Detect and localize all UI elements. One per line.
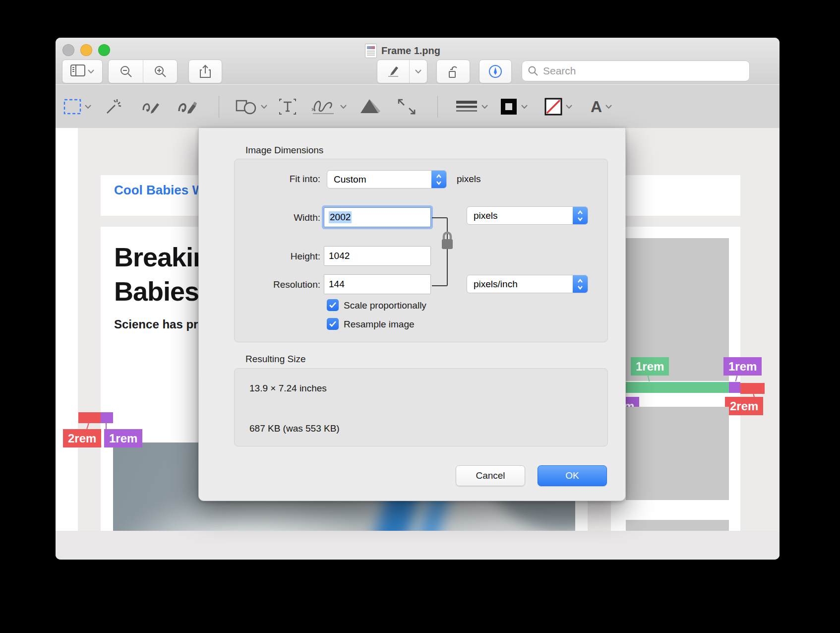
chevron-down-icon [566, 105, 572, 109]
sign-tool[interactable] [311, 85, 347, 128]
border-color-tool[interactable] [500, 85, 528, 128]
badge-label: 1rem [636, 360, 664, 374]
share-button[interactable] [188, 60, 222, 83]
chevron-down-icon [605, 105, 612, 109]
chevron-down-icon [85, 105, 91, 109]
text-tool[interactable] [279, 85, 297, 128]
text-tool-icon [279, 98, 297, 115]
search-field[interactable] [522, 61, 750, 81]
scale-proportionally-label: Scale proportionally [344, 300, 426, 311]
instant-alpha-wand-icon [105, 98, 122, 115]
selection-icon [63, 99, 81, 115]
left-2rem-badge: 2rem [63, 429, 101, 447]
checkmark-icon [329, 320, 337, 327]
adjust-color-tool[interactable] [360, 85, 381, 128]
chevron-down-icon [415, 69, 421, 73]
share-icon [199, 64, 211, 78]
markup-pen-button[interactable] [377, 60, 409, 83]
resulting-size-groupbox [234, 368, 608, 446]
scale-proportionally-checkbox[interactable] [327, 299, 339, 311]
ok-label: OK [565, 470, 579, 481]
zoom-button[interactable] [98, 44, 110, 56]
markup-toolbar-toggle-button[interactable] [479, 60, 512, 83]
zoom-out-icon [120, 65, 132, 78]
fill-color-tool[interactable] [544, 85, 572, 128]
zoom-out-button[interactable] [109, 60, 143, 83]
sketch-tool[interactable] [141, 85, 160, 128]
right-green-gap-bar [611, 382, 729, 393]
selection-tool[interactable] [63, 85, 91, 128]
markup-pen-button-group [377, 60, 427, 83]
right-red-margin-bar [740, 383, 765, 394]
cancel-label: Cancel [476, 470, 505, 481]
line-style-tool[interactable] [455, 85, 488, 128]
preview-window: Frame 1.png [56, 38, 780, 560]
zoom-in-icon [154, 65, 167, 78]
right-2rem-badge: 2rem [725, 397, 763, 415]
shapes-icon [236, 99, 257, 115]
search-input[interactable] [542, 64, 743, 77]
height-value: 1042 [329, 251, 350, 261]
window-footer [56, 531, 780, 560]
width-label: Width: [241, 212, 320, 223]
lock-icon[interactable] [439, 230, 456, 252]
ok-button[interactable]: OK [538, 465, 607, 486]
right-purple-padding-bar [729, 382, 740, 393]
rotate-left-icon [446, 64, 460, 78]
chevron-down-icon [261, 105, 267, 109]
badge-label: 1rem [109, 432, 137, 445]
page-paragraph: Science has pr [114, 317, 198, 331]
text-style-icon: A [591, 99, 602, 115]
section-title-image-dimensions: Image Dimensions [245, 145, 323, 156]
document-icon [365, 44, 377, 58]
instant-alpha-tool[interactable] [105, 85, 122, 128]
draw-icon [177, 98, 197, 115]
zoom-in-button[interactable] [143, 60, 177, 83]
adjust-size-icon [397, 98, 416, 115]
left-purple-connector [106, 423, 107, 429]
fit-into-unit: pixels [457, 174, 481, 185]
chevron-down-icon [340, 105, 347, 109]
markup-pen-dropdown[interactable] [410, 60, 427, 83]
left-1rem-badge: 1rem [104, 429, 142, 447]
window-title-group: Frame 1.png [365, 44, 440, 58]
resolution-input[interactable]: 144 [324, 274, 431, 294]
width-input[interactable]: 2002 [324, 207, 431, 227]
fit-into-popup[interactable]: Custom [327, 170, 447, 189]
size-unit-value: pixels [467, 210, 573, 221]
popup-stepper-icon [573, 207, 588, 224]
resolution-unit-popup[interactable]: pixels/inch [467, 275, 588, 293]
minimize-button[interactable] [80, 44, 92, 56]
fit-into-label: Fit into: [241, 174, 320, 185]
rotate-left-button[interactable] [436, 60, 470, 83]
shapes-tool[interactable] [236, 85, 267, 128]
text-style-tool[interactable]: A [591, 85, 612, 128]
zoom-button-group [108, 60, 178, 83]
popup-stepper-icon [573, 275, 588, 293]
section-title-resulting-size: Resulting Size [245, 354, 305, 365]
cancel-button[interactable]: Cancel [456, 465, 525, 486]
sign-icon [311, 98, 337, 115]
page-link: Cool Babies We [114, 183, 211, 198]
sidebar-toggle-button[interactable] [62, 60, 103, 83]
image-dimensions-sheet: Image Dimensions Fit into: Custom pixels… [198, 128, 626, 501]
resample-image-checkbox[interactable] [327, 318, 339, 330]
size-unit-popup[interactable]: pixels [467, 206, 588, 225]
left-red-connector [86, 423, 89, 429]
sidebar-placeholder-block [626, 520, 729, 531]
adjust-size-tool[interactable] [397, 85, 416, 128]
fill-color-icon [544, 98, 562, 116]
close-button[interactable] [62, 44, 74, 56]
resulting-dimensions: 13.9 × 7.24 inches [249, 383, 327, 394]
width-value: 2002 [329, 211, 352, 223]
height-input[interactable]: 1042 [324, 246, 431, 266]
resample-image-label: Resample image [344, 319, 415, 330]
markup-toolbar-toggle-icon [488, 64, 503, 79]
left-purple-padding-bar [101, 412, 113, 423]
draw-tool[interactable] [177, 85, 197, 128]
fit-into-value: Custom [327, 174, 431, 185]
sidebar-placeholder-block [626, 407, 729, 500]
toolbar-divider [437, 96, 438, 118]
line-style-icon [455, 99, 478, 114]
badge-label: 1rem [728, 360, 757, 374]
